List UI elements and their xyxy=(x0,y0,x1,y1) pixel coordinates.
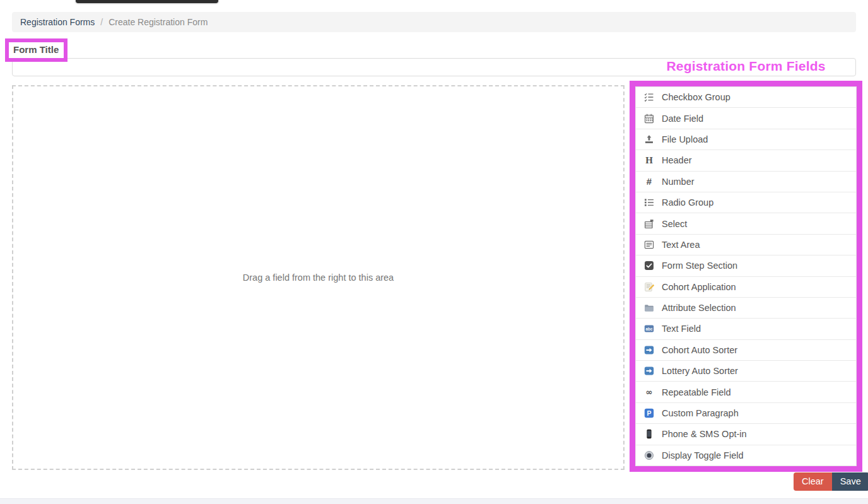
field-item-label: Lottery Auto Sorter xyxy=(662,366,738,376)
field-item-cohort-auto-sorter[interactable]: Cohort Auto Sorter xyxy=(636,340,856,361)
field-item-label: Display Toggle Field xyxy=(662,450,744,460)
field-item-label: Header xyxy=(662,155,692,165)
form-drop-area[interactable]: Drag a field from the right to this area xyxy=(12,85,625,470)
bottom-strip xyxy=(0,498,868,504)
arrow-right-icon xyxy=(644,345,654,355)
radio-group-icon xyxy=(644,197,654,208)
svg-text:#: # xyxy=(647,177,652,187)
field-item-label: Radio Group xyxy=(662,197,713,208)
form-title-annotation-box: Form Title xyxy=(5,38,67,62)
field-item-label: Custom Paragraph xyxy=(662,408,739,418)
field-item-label: Repeatable Field xyxy=(662,387,731,397)
fields-panel-annotation-border: Checkbox GroupDate FieldFile UploadHHead… xyxy=(630,81,862,472)
folder-icon xyxy=(644,303,654,313)
field-item-repeatable-field[interactable]: ∞Repeatable Field xyxy=(636,382,856,402)
field-item-label: Checkbox Group xyxy=(662,92,730,102)
field-item-label: Text Area xyxy=(662,240,700,250)
field-item-label: Number xyxy=(662,177,695,187)
checkbox-group-icon xyxy=(644,92,654,102)
field-item-date-field[interactable]: Date Field xyxy=(636,108,856,129)
field-item-lottery-auto-sorter[interactable]: Lottery Auto Sorter xyxy=(636,361,856,382)
field-item-label: Cohort Auto Sorter xyxy=(662,345,737,355)
breadcrumb-current-page: Create Registration Form xyxy=(108,17,208,27)
field-item-phone-sms-opt-in[interactable]: Phone & SMS Opt-in xyxy=(636,424,856,445)
upload-icon xyxy=(644,134,654,144)
field-item-file-upload[interactable]: File Upload xyxy=(636,129,856,150)
breadcrumb-separator: / xyxy=(100,17,103,27)
svg-text:P: P xyxy=(647,409,651,417)
hash-icon: # xyxy=(644,177,654,187)
field-item-label: Date Field xyxy=(662,114,703,124)
radio-button-icon xyxy=(644,450,654,460)
abc-icon: abc xyxy=(644,324,654,334)
fields-list: Checkbox GroupDate FieldFile UploadHHead… xyxy=(635,86,857,466)
field-item-custom-paragraph[interactable]: PCustom Paragraph xyxy=(636,403,856,424)
field-item-attribute-selection[interactable]: Attribute Selection xyxy=(636,298,856,319)
breadcrumb: Registration Forms / Create Registration… xyxy=(12,12,856,32)
header-icon: H xyxy=(644,155,654,165)
field-item-text-field[interactable]: abcText Field xyxy=(636,319,856,339)
field-item-text-area[interactable]: Text Area xyxy=(636,235,856,255)
check-square-icon xyxy=(644,261,654,271)
breadcrumb-link-registration-forms[interactable]: Registration Forms xyxy=(20,17,95,27)
svg-text:abc: abc xyxy=(645,327,652,331)
field-item-radio-group[interactable]: Radio Group xyxy=(636,192,856,213)
clear-button[interactable]: Clear xyxy=(794,472,832,491)
form-actions: Clear Save xyxy=(794,472,868,491)
drop-area-hint: Drag a field from the right to this area xyxy=(243,273,394,283)
field-item-label: Phone & SMS Opt-in xyxy=(662,429,747,439)
p-square-icon: P xyxy=(644,408,654,418)
pencil-icon xyxy=(644,282,654,292)
field-item-label: Attribute Selection xyxy=(662,303,736,313)
top-clipped-bar xyxy=(76,0,218,3)
field-item-label: Text Field xyxy=(662,324,701,334)
field-item-label: Select xyxy=(662,219,687,229)
field-item-number[interactable]: #Number xyxy=(636,172,856,192)
field-item-display-toggle-field[interactable]: Display Toggle Field xyxy=(636,445,856,466)
arrow-right-icon xyxy=(644,366,654,376)
field-item-select[interactable]: Select xyxy=(636,213,856,234)
form-title-label: Form Title xyxy=(13,44,59,55)
save-button[interactable]: Save xyxy=(832,472,868,491)
select-icon xyxy=(644,219,654,229)
field-item-label: File Upload xyxy=(662,134,708,144)
phone-icon xyxy=(644,429,654,439)
svg-text:∞: ∞ xyxy=(646,387,653,397)
field-item-form-step-section[interactable]: Form Step Section xyxy=(636,255,856,276)
fields-panel-heading: Registration Form Fields xyxy=(630,59,862,74)
field-item-header[interactable]: HHeader xyxy=(636,150,856,171)
textarea-icon xyxy=(644,240,654,250)
infinity-icon: ∞ xyxy=(644,387,654,397)
field-item-checkbox-group[interactable]: Checkbox Group xyxy=(636,87,856,108)
calendar-icon xyxy=(644,114,654,124)
field-item-label: Cohort Application xyxy=(662,282,736,292)
svg-text:H: H xyxy=(645,155,653,165)
field-item-cohort-application[interactable]: Cohort Application xyxy=(636,277,856,298)
field-item-label: Form Step Section xyxy=(662,261,737,271)
